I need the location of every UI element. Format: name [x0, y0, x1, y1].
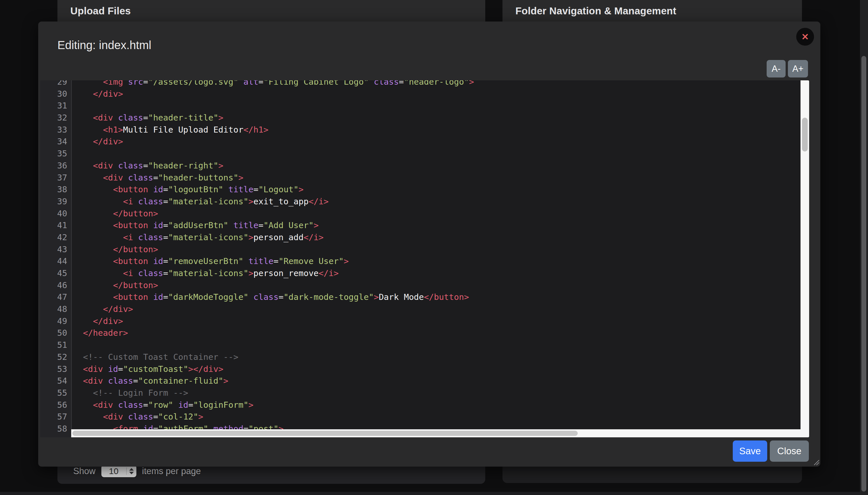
page-scrollbar-thumb[interactable] — [862, 56, 866, 492]
code-line-content: </header> — [71, 327, 128, 339]
code-line-content: <div class="container-fluid"> — [71, 375, 228, 387]
line-number: 40 — [40, 208, 71, 220]
line-number: 43 — [40, 244, 71, 256]
code-line-content: <button id="addUserBtn" title="Add User"… — [71, 220, 319, 232]
code-line-content: </div> — [71, 136, 123, 148]
code-line: 39 <i class="material-icons">exit_to_app… — [40, 196, 809, 208]
editor-vertical-scrollbar[interactable] — [801, 80, 809, 437]
save-button[interactable]: Save — [733, 441, 767, 462]
modal-title: Editing: index.html — [57, 39, 151, 52]
line-number: 51 — [40, 339, 71, 351]
code-line: 51 — [40, 339, 809, 351]
code-line-content: <h1>Multi File Upload Editor</h1> — [71, 124, 268, 136]
editor-vertical-scrollbar-thumb[interactable] — [802, 118, 808, 152]
code-line: 34 </div> — [40, 136, 809, 148]
code-line-content: </div> — [71, 315, 123, 327]
line-number: 30 — [40, 88, 71, 100]
line-number: 56 — [40, 399, 71, 411]
code-line-content: </button> — [71, 244, 158, 256]
upload-files-panel-header: Upload Files — [57, 0, 485, 22]
page-size-value: 10 — [101, 466, 126, 476]
code-line: 29 <img src="/assets/logo.svg" alt="Fili… — [40, 80, 809, 88]
line-number: 31 — [40, 100, 71, 112]
folder-navigation-panel-header: Folder Navigation & Management — [502, 0, 802, 22]
code-line: 32 <div class="header-title"> — [40, 112, 809, 124]
resize-handle[interactable] — [814, 459, 819, 465]
code-line-content: </button> — [71, 279, 158, 292]
code-editor[interactable]: 29 <img src="/assets/logo.svg" alt="Fili… — [40, 80, 809, 437]
line-number: 38 — [40, 184, 71, 196]
code-line: 42 <i class="material-icons">person_add<… — [40, 232, 809, 244]
code-line: 31 — [40, 100, 809, 112]
code-line: 33 <h1>Multi File Upload Editor</h1> — [40, 124, 809, 136]
show-label: Show — [73, 466, 96, 476]
code-line-content: <i class="material-icons">person_add</i> — [71, 232, 323, 244]
editor-horizontal-scrollbar[interactable] — [71, 429, 801, 437]
code-line-content: <div class="header-buttons"> — [71, 172, 244, 184]
code-line: 52 <!-- Custom Toast Container --> — [40, 351, 809, 363]
code-line: 47 <button id="darkModeToggle" class="da… — [40, 291, 809, 303]
line-number: 34 — [40, 136, 71, 148]
code-line-content: </button> — [71, 208, 158, 220]
code-line-content: <div class="row" id="loginForm"> — [71, 399, 253, 411]
line-number: 29 — [40, 80, 71, 88]
code-line-content: <i class="material-icons">exit_to_app</i… — [71, 196, 329, 208]
code-line: 41 <button id="addUserBtn" title="Add Us… — [40, 220, 809, 232]
code-line-content — [71, 148, 73, 160]
code-line-content: <!-- Login Form --> — [71, 387, 188, 399]
page-scrollbar[interactable] — [860, 0, 868, 495]
select-arrows-icon — [127, 468, 136, 474]
page-size-select[interactable]: 10 — [101, 465, 136, 477]
app-screen: Upload Files Folder Navigation & Managem… — [0, 0, 868, 495]
code-line: 50 </header> — [40, 327, 809, 339]
code-line-content: <div id="customToast"></div> — [71, 363, 223, 375]
chevron-down-icon — [129, 472, 134, 474]
line-number: 57 — [40, 411, 71, 423]
code-line-content: <div class="header-title"> — [71, 112, 223, 124]
close-x-icon: ✕ — [801, 32, 809, 41]
line-number: 55 — [40, 387, 71, 399]
code-line: 30 </div> — [40, 88, 809, 100]
code-line: 43 </button> — [40, 244, 809, 256]
line-number: 36 — [40, 160, 71, 172]
code-line: 38 <button id="logoutBtn" title="Logout"… — [40, 184, 809, 196]
line-number: 33 — [40, 124, 71, 136]
code-line: 36 <div class="header-right"> — [40, 160, 809, 172]
code-line: 45 <i class="material-icons">person_remo… — [40, 268, 809, 279]
code-line-content: </div> — [71, 88, 123, 100]
edit-file-modal: Editing: index.html ✕ A- A+ 29 <img src=… — [38, 21, 820, 466]
line-number: 32 — [40, 112, 71, 124]
code-line: 48 </div> — [40, 303, 809, 315]
code-line: 49 </div> — [40, 315, 809, 327]
items-per-page-label: items per page — [142, 466, 201, 476]
close-button[interactable]: Close — [770, 441, 809, 462]
line-number: 52 — [40, 351, 71, 363]
line-number: 39 — [40, 196, 71, 208]
font-decrease-button[interactable]: A- — [767, 60, 786, 78]
line-number: 58 — [40, 423, 71, 435]
code-line: 44 <button id="removeUserBtn" title="Rem… — [40, 255, 809, 268]
code-line: 55 <!-- Login Form --> — [40, 387, 809, 399]
editor-horizontal-scrollbar-thumb[interactable] — [72, 431, 578, 436]
code-line-content: <img src="/assets/logo.svg" alt="Filing … — [71, 80, 474, 88]
code-line: 53 <div id="customToast"></div> — [40, 363, 809, 375]
code-line-content: <button id="darkModeToggle" class="dark-… — [71, 291, 469, 303]
line-number: 50 — [40, 327, 71, 339]
bottom-section-edge — [0, 492, 868, 495]
line-number: 42 — [40, 232, 71, 244]
code-line: 35 — [40, 148, 809, 160]
code-line: 46 </button> — [40, 279, 809, 292]
code-line: 37 <div class="header-buttons"> — [40, 172, 809, 184]
modal-close-button[interactable]: ✕ — [796, 28, 814, 46]
line-number: 45 — [40, 268, 71, 279]
line-number: 44 — [40, 255, 71, 268]
line-number: 49 — [40, 315, 71, 327]
line-number: 41 — [40, 220, 71, 232]
line-number: 53 — [40, 363, 71, 375]
code-line-content: <button id="logoutBtn" title="Logout"> — [71, 184, 303, 196]
line-number: 54 — [40, 375, 71, 387]
font-increase-button[interactable]: A+ — [788, 60, 808, 78]
code-line-content: <!-- Custom Toast Container --> — [71, 351, 238, 363]
code-lines: 29 <img src="/assets/logo.svg" alt="Fili… — [40, 80, 809, 435]
code-line: 56 <div class="row" id="loginForm"> — [40, 399, 809, 411]
